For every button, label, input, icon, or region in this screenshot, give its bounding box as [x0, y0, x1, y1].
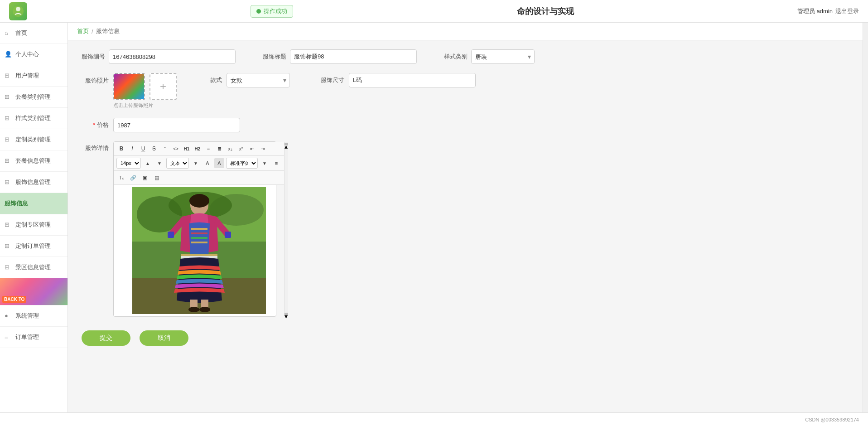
svg-point-9: [189, 194, 209, 208]
sidebar-item-order[interactable]: ≡ 订单管理: [0, 327, 68, 348]
subscript-button[interactable]: x₂: [225, 144, 235, 154]
sidebar-item-style-type[interactable]: ⊞ 样式类别管理: [0, 108, 68, 129]
detail-row: 服饰详情 B I U S " <> H1 H2: [82, 141, 849, 317]
font-size-down-btn[interactable]: ▼: [154, 158, 164, 168]
sidebar-item-package-info[interactable]: ⊞ 套餐信息管理: [0, 150, 68, 172]
grid-icon-style: ⊞: [5, 115, 12, 122]
table-button[interactable]: ▤: [152, 173, 162, 183]
svg-rect-14: [191, 237, 207, 239]
style-type-select[interactable]: 唐装 汉服 旗袍: [471, 49, 535, 64]
clear-format-button[interactable]: Tₓ: [116, 173, 126, 183]
submit-button[interactable]: 提交: [82, 330, 130, 346]
success-text: 操作成功: [264, 7, 287, 15]
sidebar-item-custom-order[interactable]: ⊞ 定制订单管理: [0, 236, 68, 257]
sidebar-item-home[interactable]: ⌂ 首页: [0, 23, 68, 44]
clothing-name-label: 服饰标题: [263, 53, 286, 61]
photo-preview-row: +: [113, 73, 177, 100]
font-bg-button[interactable]: A: [214, 158, 224, 168]
font-size-select[interactable]: 14px 12px 16px 18px: [116, 158, 141, 169]
font-family-select[interactable]: 标准字体: [226, 158, 258, 169]
sidebar-item-system[interactable]: ● 系统管理: [0, 305, 68, 327]
price-input[interactable]: [113, 118, 240, 132]
svg-rect-15: [191, 242, 207, 243]
editor-scrollbar[interactable]: ▴ ▾: [284, 142, 288, 316]
indent-button[interactable]: ⇥: [258, 144, 268, 154]
svg-rect-11: [225, 232, 231, 238]
sidebar-item-custom-zone[interactable]: ⊞ 定制专区管理: [0, 214, 68, 236]
image-button[interactable]: ▣: [140, 173, 150, 183]
logout-button[interactable]: 退出登录: [835, 7, 859, 15]
underline-button[interactable]: U: [138, 144, 148, 154]
photo-upload-area: + 点击上传服饰照片: [113, 73, 177, 109]
sidebar-item-package-type[interactable]: ⊞ 套餐类别管理: [0, 87, 68, 108]
detail-label: 服饰详情: [82, 141, 109, 152]
sidebar-label-clothing: 服饰信息: [5, 199, 28, 208]
text-type-select[interactable]: 文本: [166, 158, 189, 169]
photo-add-button[interactable]: +: [149, 73, 177, 100]
user-label: 管理员 admin: [797, 7, 833, 15]
outdent-button[interactable]: ⇤: [247, 144, 257, 154]
style-type-field: 样式类别 唐装 汉服 旗袍: [444, 49, 535, 64]
fashion-field: 款式 女款 男款 童款: [204, 73, 290, 87]
svg-point-20: [188, 307, 199, 312]
sidebar-item-custom-type[interactable]: ⊞ 定制类别管理: [0, 129, 68, 150]
unordered-list-button[interactable]: ≣: [214, 144, 224, 154]
sidebar-label-profile: 个人中心: [15, 50, 39, 58]
grid-icon-users: ⊞: [5, 72, 12, 79]
font-size-up-btn[interactable]: ▲: [143, 158, 153, 168]
bold-button[interactable]: B: [116, 144, 126, 154]
home-icon: ⌂: [5, 29, 12, 37]
sidebar-item-profile[interactable]: 👤 个人中心: [0, 44, 68, 65]
price-label: * 价格: [82, 121, 109, 129]
form-row-2: 服饰照片 + 点击上传服饰照片 款式: [82, 73, 849, 109]
sidebar-label-custom-zone: 定制专区管理: [15, 221, 51, 229]
code-button[interactable]: <>: [171, 144, 181, 154]
font-color-button[interactable]: A: [203, 158, 212, 168]
fashion-select[interactable]: 女款 男款 童款: [227, 73, 290, 87]
svg-rect-10: [168, 232, 174, 238]
success-message: 操作成功: [251, 5, 293, 18]
superscript-button[interactable]: x²: [236, 144, 246, 154]
link-button[interactable]: 🔗: [128, 173, 138, 183]
main-scrollbar[interactable]: [863, 23, 868, 412]
clothing-code-input[interactable]: [109, 49, 236, 64]
breadcrumb: 首页 / 服饰信息: [68, 23, 863, 40]
form-row-1: 服饰编号 服饰标题 样式类别 唐装 汉服 旗袍: [82, 49, 849, 64]
align-button[interactable]: ≡: [271, 158, 281, 168]
editor-inner: B I U S " <> H1 H2 ≡ ≣ x₂ x² ⇤: [114, 142, 284, 316]
sidebar-item-clothing[interactable]: 服饰信息: [0, 193, 68, 214]
grid-icon-order: ≡: [5, 334, 12, 341]
style-type-label: 样式类别: [444, 53, 468, 61]
svg-rect-13: [191, 232, 207, 234]
editor-toolbar-row1: B I U S " <> H1 H2 ≡ ≣ x₂ x² ⇤: [114, 142, 284, 156]
editor-content[interactable]: [114, 185, 284, 316]
sidebar-item-users[interactable]: ⊞ 用户管理: [0, 65, 68, 87]
h2-button[interactable]: H2: [193, 144, 203, 154]
grid-icon-package: ⊞: [5, 93, 12, 101]
h1-button[interactable]: H1: [182, 144, 192, 154]
photo-field: 服饰照片 + 点击上传服饰照片: [82, 73, 177, 109]
text-type-btn[interactable]: ▼: [191, 158, 201, 168]
grid-icon-custom: ⊞: [5, 136, 12, 143]
back-to-badge: BACK TO: [2, 296, 26, 303]
sidebar-label-home: 首页: [15, 29, 27, 37]
sidebar-item-clothing-info[interactable]: ⊞ 服饰信息管理: [0, 172, 68, 193]
strikethrough-button[interactable]: S: [149, 144, 159, 154]
scroll-up-arrow: ▴: [285, 143, 288, 145]
sidebar-item-scenic[interactable]: ⊞ 景区信息管理: [0, 257, 68, 278]
breadcrumb-home[interactable]: 首页: [77, 27, 89, 35]
csdn-label: CSDN @003359892174: [805, 417, 859, 422]
size-input[interactable]: [349, 73, 476, 87]
form-content: 服饰编号 服饰标题 样式类别 唐装 汉服 旗袍: [68, 40, 863, 355]
photo-label: 服饰照片: [82, 73, 109, 85]
logo-image: [9, 2, 27, 20]
sidebar-label-style-type: 样式类别管理: [15, 114, 51, 122]
font-family-btn[interactable]: ▼: [260, 158, 270, 168]
cancel-button[interactable]: 取消: [140, 330, 188, 346]
clothing-name-input[interactable]: [290, 49, 417, 64]
blockquote-button[interactable]: ": [160, 144, 170, 154]
success-dot: [256, 9, 261, 14]
italic-button[interactable]: I: [127, 144, 137, 154]
photo-thumb[interactable]: [113, 73, 145, 100]
ordered-list-button[interactable]: ≡: [203, 144, 213, 154]
